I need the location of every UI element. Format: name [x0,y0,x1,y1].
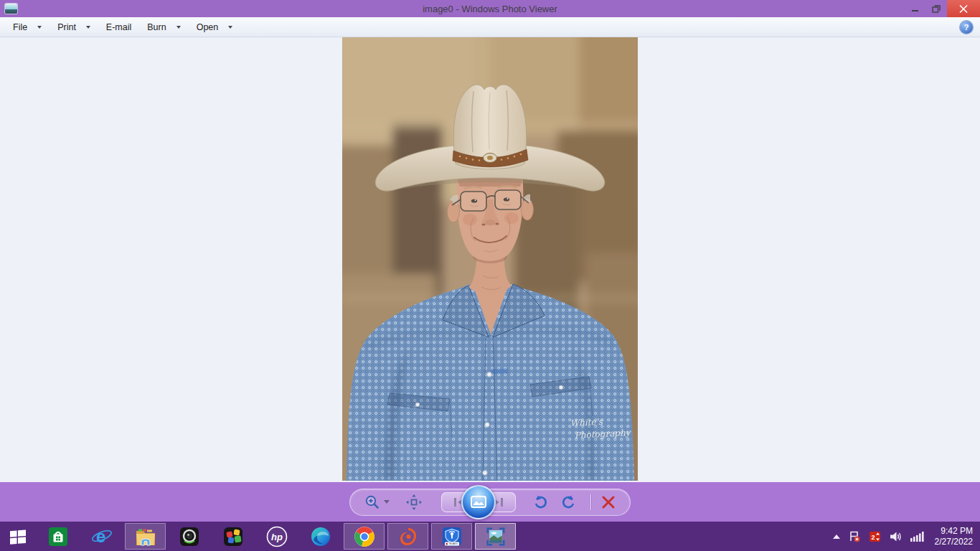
zoom-button[interactable] [364,494,390,510]
window-controls [904,0,980,17]
restore-button[interactable] [925,0,947,17]
slideshow-icon [471,496,486,508]
titlebar: image0 - Windows Photo Viewer [0,0,980,17]
show-hidden-icons-button[interactable] [833,534,840,539]
actual-size-icon [405,494,423,511]
taskbar-icon-gom-player[interactable] [169,523,209,550]
rotate-counterclockwise-icon [532,494,549,511]
taskbar-icon-internet-explorer[interactable]: e [81,523,122,550]
chevron-down-icon[interactable] [86,26,90,29]
taskbar-icon-mcafee[interactable]: McAfee [431,523,472,550]
viewer-content-area: White's Photography [0,37,980,482]
rotate-counterclockwise-button[interactable] [532,494,549,511]
svg-text:hp: hp [271,532,283,542]
taskbar-icon-microsoft-edge[interactable] [300,523,341,550]
menu-open[interactable]: Open [191,19,239,35]
chevron-down-icon[interactable] [176,26,181,29]
chevron-down-icon[interactable] [384,500,390,504]
svg-text:McAfee: McAfee [448,542,457,545]
gom-player-icon [179,526,200,547]
windows-store-icon [47,526,69,547]
play-slideshow-button[interactable] [461,485,496,519]
viewer-toolbar [0,482,980,522]
taskbar-icon-hp[interactable]: hp [256,523,297,550]
magnifier-plus-icon [364,494,380,510]
window-title: image0 - Windows Photo Viewer [0,4,980,14]
menu-print-label: Print [57,22,76,32]
taskbar-icon-windows-photo-viewer[interactable] [475,523,516,550]
toolbar-divider [590,494,591,510]
menubar: File Print E-mail Burn Open ? [0,17,980,37]
delete-button[interactable] [601,495,616,509]
close-icon [959,5,968,13]
actual-size-button[interactable] [405,494,423,511]
windows-logo-icon [9,527,27,546]
close-button[interactable] [947,0,980,17]
file-explorer-icon [134,526,157,547]
hp-icon: hp [265,525,288,548]
delete-icon [601,495,616,509]
photo-collage-icon [222,526,244,547]
minimize-button[interactable] [904,0,925,17]
system-tray: 2 9:42 PM 2/27/2022 [833,526,973,547]
taskbar-icon-file-explorer[interactable] [125,523,166,550]
start-button[interactable] [0,522,36,551]
google-chrome-icon [354,526,375,547]
menu-burn-label: Burn [147,22,166,32]
chevron-down-icon[interactable] [228,26,232,29]
internet-explorer-icon: e [90,525,113,548]
navigation-cluster [441,489,516,516]
svg-text:2: 2 [871,534,875,541]
menu-email[interactable]: E-mail [100,19,137,35]
clock-time: 9:42 PM [935,526,973,537]
rotate-clockwise-button[interactable] [560,494,578,511]
taskbar-icon-windows-store[interactable] [37,523,78,550]
rotate-clockwise-icon [560,494,578,511]
taskbar-icon-origin[interactable] [387,523,428,550]
menu-file[interactable]: File [7,19,47,35]
portrait-photo: White's Photography [342,37,638,481]
taskbar-clock[interactable]: 9:42 PM 2/27/2022 [935,526,973,547]
volume-icon[interactable] [890,531,903,542]
mcafee-icon: McAfee [441,526,463,547]
network-signal-icon[interactable] [910,531,924,542]
menu-file-label: File [13,22,27,32]
windows-photo-viewer-icon [485,526,507,547]
updates-pending-icon[interactable]: 2 [869,530,882,543]
minimize-icon [912,10,918,11]
chevron-down-icon[interactable] [37,26,42,29]
portrait-photo-svg: White's Photography [342,37,638,481]
svg-text:White's: White's [570,417,603,428]
help-icon[interactable]: ? [960,21,973,34]
taskbar: e [0,522,980,551]
svg-text:e: e [96,527,105,546]
origin-icon [397,526,419,547]
menu-print[interactable]: Print [52,19,96,35]
viewer-toolbar-pill [349,489,631,516]
desktop-screen: image0 - Windows Photo Viewer File Print [0,0,980,551]
menu-burn[interactable]: Burn [141,19,186,35]
taskbar-icon-google-chrome[interactable] [344,523,385,550]
action-center-flag-icon[interactable] [848,530,861,543]
menu-email-label: E-mail [106,22,131,32]
clock-date: 2/27/2022 [935,537,973,547]
microsoft-edge-icon [310,526,331,547]
restore-icon [932,5,941,13]
taskbar-icon-photo-collage-app[interactable] [212,523,253,550]
menu-open-label: Open [197,22,219,32]
